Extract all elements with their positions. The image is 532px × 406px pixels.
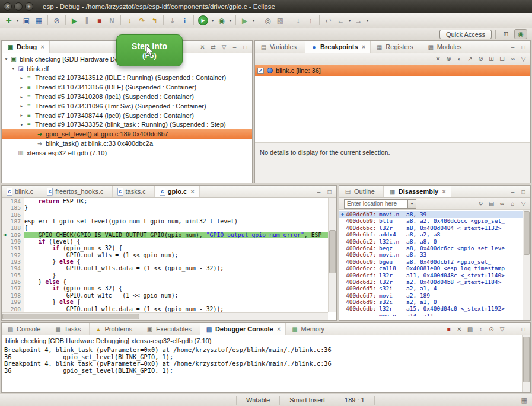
disassembly-line[interactable]: 400dc6c4: beqz a8, 0x400dc6cc <gpio_set_… <box>339 245 523 251</box>
suspend-button[interactable]: ∥ <box>81 14 93 27</box>
tree-thread-2[interactable]: ▸ ≡ Thread #2 1073413512 (IDLE : Running… <box>2 73 252 83</box>
maximize-icon[interactable]: □ <box>519 43 528 52</box>
line-number[interactable]: 195 <box>8 272 24 279</box>
disconnect-button[interactable]: N <box>106 14 118 27</box>
expand-all-icon[interactable]: ⊞ <box>487 55 496 63</box>
tree-expander[interactable]: ▸ <box>18 75 25 81</box>
view-menu-icon[interactable]: ▽ <box>519 55 528 63</box>
tree-expander[interactable]: ▾ <box>3 56 9 62</box>
tab-close-icon[interactable]: ✕ <box>442 189 446 194</box>
toolbar-separator[interactable] <box>289 15 289 25</box>
disassembly-line[interactable]: 400dc6d7: movi a2, 189 <box>339 292 523 299</box>
disassembly-line[interactable]: 400dc6c2: l32i.n a8, a8, 0 <box>339 238 523 245</box>
disassembly-line[interactable]: 400dc6c7: movi.n a8, 33 <box>339 251 523 258</box>
line-number[interactable]: 200 <box>8 306 24 312</box>
code-line[interactable]: 185 } <box>2 204 328 211</box>
tab-tasks[interactable]: ▦ Tasks <box>49 323 90 335</box>
minimize-icon[interactable]: – <box>508 43 517 52</box>
window-maximize-button[interactable]: + <box>25 2 33 11</box>
console-vertical-scrollbar[interactable] <box>522 335 530 392</box>
run-button[interactable]: ▶ <box>198 15 208 25</box>
stack-frame[interactable]: ➜ blink_task() at blink.c:33 0x400dbc2a <box>2 139 252 148</box>
show-source-icon[interactable]: ▤ <box>487 199 496 208</box>
toolbar-separator[interactable] <box>259 15 259 25</box>
tab-console[interactable]: ▤ Console <box>2 323 49 335</box>
tab-freertos-hooks-c[interactable]: c freertos_hooks.c <box>42 186 112 197</box>
combo-dropdown-icon[interactable]: ▾ <box>407 200 416 208</box>
toolbar-separator[interactable] <box>235 15 236 25</box>
tab-executables[interactable]: ▣ Executables <box>141 323 200 335</box>
tree-expander[interactable]: ▸ <box>18 113 25 118</box>
step-return-button[interactable]: ↰ <box>148 14 161 27</box>
step-over-button[interactable]: ↷ <box>136 14 148 27</box>
disassembly-vertical-scrollbar[interactable] <box>523 210 530 320</box>
new-wizard-button[interactable]: ✚ <box>2 14 15 27</box>
tab-gpio-c[interactable]: c gpio.c ✕ <box>155 186 200 197</box>
code-line[interactable]: 196 } else { <box>2 279 328 285</box>
minimize-icon[interactable]: – <box>508 325 517 334</box>
home-icon[interactable]: ⌂ <box>508 199 517 208</box>
refresh-icon[interactable]: ↻ <box>476 199 485 208</box>
location-combo[interactable]: Enter location here ▾ <box>344 199 416 209</box>
code-line[interactable]: 192 GPIO.out_w1ts = (1 << gpio_num); <box>2 252 328 258</box>
link-with-debug-icon[interactable]: ∞ <box>508 55 517 63</box>
view-menu-icon[interactable]: ▽ <box>498 325 506 334</box>
line-number[interactable]: 199 <box>8 299 24 305</box>
disassembly-listing[interactable]: ◆ 400dc6b7: movi.n a8, 39 400dc6b9: bltu… <box>339 210 523 320</box>
minimize-icon[interactable]: – <box>314 187 323 196</box>
disassembly-line[interactable]: mov.n a14, a11 <box>339 312 523 316</box>
mark-occurrences-button[interactable]: ▧ <box>274 14 286 27</box>
tab-problems[interactable]: ▲ Problems <box>90 323 141 335</box>
minimize-icon[interactable]: – <box>230 43 239 52</box>
window-minimize-button[interactable]: – <box>14 2 23 11</box>
tree-expander[interactable]: ▸ <box>18 94 25 100</box>
code-line[interactable]: 188 { <box>2 225 328 231</box>
scroll-lock-icon[interactable]: ↕ <box>476 325 485 334</box>
clear-console-icon[interactable]: ▤ <box>466 325 474 334</box>
back-button[interactable]: ← <box>335 14 347 27</box>
external-tools-menu[interactable]: ▾ <box>251 14 256 27</box>
disassembly-line[interactable]: 400dc6d9: s32i a2, a1, 0 <box>339 299 523 305</box>
breakpoint-checkbox[interactable]: ✓ <box>257 68 264 74</box>
line-number[interactable]: 188 <box>8 225 24 231</box>
tab-close-icon[interactable]: ✕ <box>190 189 195 194</box>
new-wizard-menu[interactable]: ▾ <box>15 14 20 27</box>
tree-gdb-process[interactable]: ▥ xtensa-esp32-elf-gdb (7.10) <box>2 148 252 158</box>
remove-all-breakpoints-icon[interactable]: ⊗ <box>444 55 453 63</box>
disassembly-line[interactable]: ◆ 400dc6b7: movi.n a8, 39 <box>339 211 523 218</box>
code-line[interactable]: 195 } <box>2 272 328 279</box>
toolbar-separator[interactable] <box>47 15 48 25</box>
quick-access-button[interactable]: Quick Access <box>439 30 492 39</box>
editor-vertical-scrollbar[interactable] <box>328 198 336 312</box>
code-line[interactable]: 197 if (gpio_num < 32) { <box>2 285 328 292</box>
code-line[interactable]: 199 } else { <box>2 299 328 305</box>
last-edit-location-button[interactable]: ↩ <box>322 14 335 27</box>
disassembly-line[interactable]: 400dc6db: l32r a15, 0x400d04c0 <_stext+1… <box>339 305 523 312</box>
forward-menu[interactable]: ▾ <box>365 14 370 27</box>
run-menu[interactable]: ▾ <box>210 14 215 27</box>
collapse-all-icon[interactable]: ⊟ <box>498 55 506 63</box>
tab-tasks-c[interactable]: c tasks.c <box>113 186 155 197</box>
go-to-file-icon[interactable]: ↗ <box>466 55 474 63</box>
tab-blink-c[interactable]: c blink.c <box>2 186 42 197</box>
tab-close-icon[interactable]: ✕ <box>277 327 281 332</box>
tree-expander[interactable]: ▾ <box>18 122 25 127</box>
code-line[interactable]: 194 GPIO.out1_w1ts.data = (1 << (gpio_nu… <box>2 265 328 271</box>
line-number[interactable]: 187 <box>8 218 24 225</box>
toolbar-separator[interactable] <box>193 15 194 25</box>
disassembly-line[interactable]: 400dc6c9: bgeu a8, 0x400dc6f2 <gpio_set_ <box>339 258 523 265</box>
window-close-button[interactable]: ✕ <box>4 2 12 11</box>
console-output[interactable]: Breakpoint 4, blink_task (pvParameter=0x… <box>2 347 522 392</box>
line-number[interactable]: 196 <box>8 279 24 285</box>
line-number[interactable]: 185 <box>8 204 24 211</box>
tab-variables[interactable]: ▤ Variables <box>255 41 305 53</box>
code-line[interactable]: 200 GPIO.out1_w1tc.data = (1 << (gpio_nu… <box>2 306 328 312</box>
pin-console-icon[interactable]: ⊙ <box>487 325 496 334</box>
toolbar-separator[interactable] <box>319 15 320 25</box>
breakpoint-item[interactable]: ✓ blink.c [line: 36] <box>255 65 530 76</box>
disassembly-line[interactable]: 400dc6b9: bltu a8, a2, 0x400dc6cc <gpio_… <box>339 218 523 224</box>
tree-expander[interactable]: ▸ <box>18 103 25 108</box>
debug-button[interactable]: ◉ <box>215 14 228 27</box>
terminate-icon[interactable]: ■ <box>444 325 453 334</box>
line-number[interactable]: 190 <box>8 238 24 245</box>
